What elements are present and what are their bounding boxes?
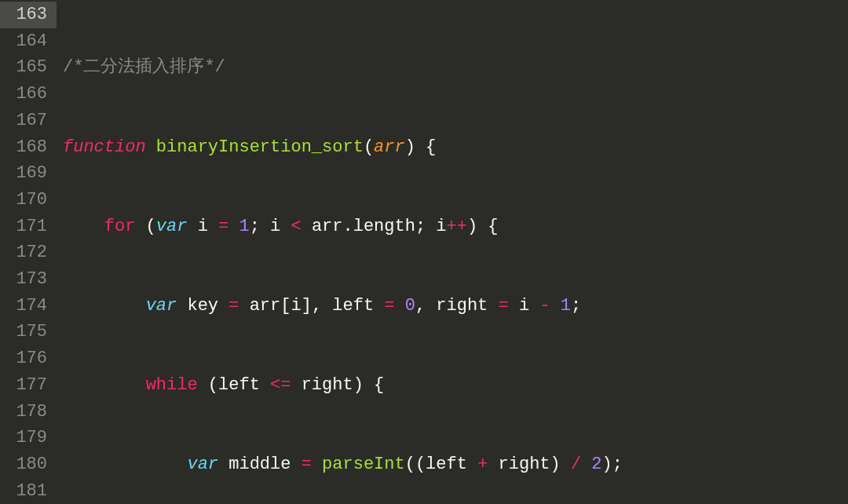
keyword-while: while (146, 375, 198, 395)
number: 1 (239, 217, 249, 236)
keyword-var: var (187, 455, 218, 474)
code-line: function binaryInsertion_sort(arr) { (63, 134, 848, 161)
brace: { (488, 217, 498, 236)
op: <= (270, 375, 291, 395)
paren: ( (364, 137, 374, 157)
line-number: 164 (0, 28, 57, 55)
keyword-function: function (63, 137, 146, 157)
keyword-for: for (104, 217, 136, 236)
keyword-var: var (156, 217, 188, 236)
keyword-var: var (146, 296, 177, 316)
param: arr (374, 137, 405, 157)
line-number: 174 (0, 293, 57, 320)
ident: arr[i] (250, 296, 312, 316)
line-number: 169 (0, 160, 57, 187)
line-number: 178 (0, 399, 57, 425)
line-number: 167 (0, 108, 57, 134)
op: < (291, 217, 301, 236)
line-number: 172 (0, 239, 57, 266)
op: = (218, 217, 228, 236)
ident: i (270, 217, 280, 236)
ident: left (218, 375, 260, 395)
ident: key (187, 296, 218, 316)
code-line: while (left <= right) { (63, 372, 848, 399)
ident: i (436, 217, 446, 236)
ident: i (198, 217, 208, 236)
ident: left (426, 455, 467, 474)
op: - (539, 296, 550, 316)
paren: ) (405, 137, 415, 157)
line-number: 181 (0, 478, 57, 504)
line-number: 175 (0, 319, 57, 345)
comment: /*二分法插入排序*/ (63, 57, 225, 77)
line-number: 165 (0, 54, 57, 81)
number: 1 (561, 296, 571, 316)
brace: { (374, 375, 384, 395)
function-call: parseInt (322, 455, 405, 474)
ident: left (332, 296, 374, 316)
semi: ; (415, 217, 426, 236)
op: ++ (447, 217, 467, 236)
line-number: 163 (0, 2, 57, 28)
line-number: 170 (0, 187, 57, 214)
op: + (477, 455, 488, 474)
code-line: var key = arr[i], left = 0, right = i - … (63, 293, 848, 320)
line-number: 171 (0, 214, 57, 240)
line-number: 173 (0, 266, 57, 293)
op: = (302, 455, 312, 474)
line-number: 166 (0, 81, 57, 108)
semi: ; (250, 217, 260, 236)
ident: right (302, 375, 353, 395)
line-number: 176 (0, 345, 57, 372)
line-number: 177 (0, 372, 57, 399)
ident: right (499, 455, 550, 474)
line-number-gutter: 1631641651661671681691701711721731741751… (0, 0, 57, 504)
line-number: 168 (0, 134, 57, 161)
ident: i (519, 296, 529, 316)
op: / (571, 455, 581, 474)
ident: middle (228, 455, 291, 474)
code-area[interactable]: /*二分法插入排序*/ function binaryInsertion_sor… (63, 2, 848, 504)
function-name: binaryInsertion_sort (156, 137, 364, 157)
number: 0 (405, 296, 415, 316)
code-line: /*二分法插入排序*/ (63, 54, 848, 81)
op: = (384, 296, 394, 316)
ident: arr.length (312, 217, 415, 236)
code-line: var middle = parseInt((left + right) / 2… (63, 451, 848, 478)
line-number: 179 (0, 425, 57, 451)
number: 2 (591, 455, 601, 474)
op: = (499, 296, 509, 316)
op: = (228, 296, 239, 316)
line-number: 180 (0, 451, 57, 478)
ident: right (436, 296, 488, 316)
brace: { (426, 137, 436, 157)
code-line: for (var i = 1; i < arr.length; i++) { (63, 214, 848, 240)
